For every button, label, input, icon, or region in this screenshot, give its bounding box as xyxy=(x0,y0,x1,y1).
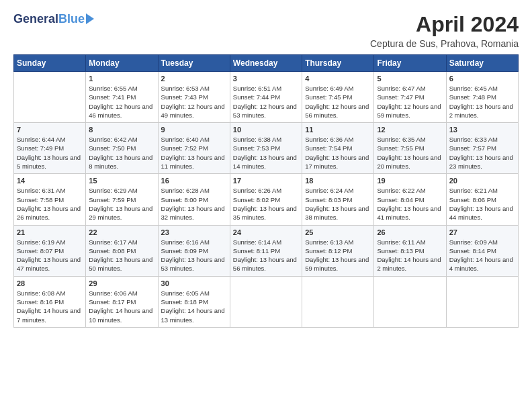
calendar-cell: 23Sunrise: 6:16 AMSunset: 8:09 PMDayligh… xyxy=(158,225,230,276)
calendar-cell: 22Sunrise: 6:17 AMSunset: 8:08 PMDayligh… xyxy=(86,225,158,276)
day-info: Sunrise: 6:40 AMSunset: 7:52 PMDaylight:… xyxy=(161,135,227,171)
calendar-cell xyxy=(230,276,302,327)
day-number: 27 xyxy=(449,228,515,236)
logo-general: General xyxy=(13,12,58,26)
logo-arrow-icon xyxy=(86,13,94,24)
week-row-4: 21Sunrise: 6:19 AMSunset: 8:07 PMDayligh… xyxy=(14,225,519,276)
calendar-cell: 6Sunrise: 6:45 AMSunset: 7:48 PMDaylight… xyxy=(446,72,518,123)
day-info: Sunrise: 6:35 AMSunset: 7:55 PMDaylight:… xyxy=(377,135,443,171)
day-header-tuesday: Tuesday xyxy=(158,55,230,72)
calendar-cell: 27Sunrise: 6:09 AMSunset: 8:14 PMDayligh… xyxy=(446,225,518,276)
day-number: 15 xyxy=(89,177,154,185)
day-number: 18 xyxy=(305,177,371,185)
day-info: Sunrise: 6:29 AMSunset: 7:59 PMDaylight:… xyxy=(89,186,154,222)
calendar-table: SundayMondayTuesdayWednesdayThursdayFrid… xyxy=(13,54,519,328)
day-info: Sunrise: 6:05 AMSunset: 8:18 PMDaylight:… xyxy=(161,289,227,324)
calendar-cell: 2Sunrise: 6:53 AMSunset: 7:43 PMDaylight… xyxy=(158,72,230,123)
day-number: 30 xyxy=(161,279,227,287)
day-info: Sunrise: 6:06 AMSunset: 8:17 PMDaylight:… xyxy=(89,289,154,324)
day-info: Sunrise: 6:14 AMSunset: 8:11 PMDaylight:… xyxy=(233,238,299,273)
calendar-cell: 24Sunrise: 6:14 AMSunset: 8:11 PMDayligh… xyxy=(230,225,302,276)
title-block: April 2024 Ceptura de Sus, Prahova, Roma… xyxy=(370,12,519,49)
day-info: Sunrise: 6:47 AMSunset: 7:47 PMDaylight:… xyxy=(377,84,443,120)
day-number: 28 xyxy=(17,279,83,287)
calendar-cell: 13Sunrise: 6:33 AMSunset: 7:57 PMDayligh… xyxy=(446,123,518,174)
day-info: Sunrise: 6:49 AMSunset: 7:45 PMDaylight:… xyxy=(305,84,371,120)
calendar-cell: 8Sunrise: 6:42 AMSunset: 7:50 PMDaylight… xyxy=(86,123,158,174)
day-header-wednesday: Wednesday xyxy=(230,55,302,72)
day-info: Sunrise: 6:19 AMSunset: 8:07 PMDaylight:… xyxy=(17,238,83,273)
month-title: April 2024 xyxy=(370,12,519,37)
calendar-cell: 5Sunrise: 6:47 AMSunset: 7:47 PMDaylight… xyxy=(374,72,446,123)
day-number: 4 xyxy=(305,75,371,83)
day-info: Sunrise: 6:11 AMSunset: 8:13 PMDaylight:… xyxy=(377,238,443,273)
day-header-friday: Friday xyxy=(374,55,446,72)
day-info: Sunrise: 6:17 AMSunset: 8:08 PMDaylight:… xyxy=(89,238,154,273)
day-number: 20 xyxy=(449,177,515,185)
calendar-cell xyxy=(374,276,446,327)
calendar-cell: 9Sunrise: 6:40 AMSunset: 7:52 PMDaylight… xyxy=(158,123,230,174)
logo: General Blue xyxy=(13,12,94,26)
page-container: General Blue April 2024 Ceptura de Sus, … xyxy=(0,0,532,334)
calendar-cell: 7Sunrise: 6:44 AMSunset: 7:49 PMDaylight… xyxy=(14,123,86,174)
day-info: Sunrise: 6:33 AMSunset: 7:57 PMDaylight:… xyxy=(449,135,515,171)
day-number: 13 xyxy=(449,126,515,134)
day-info: Sunrise: 6:28 AMSunset: 8:00 PMDaylight:… xyxy=(161,186,227,222)
day-info: Sunrise: 6:55 AMSunset: 7:41 PMDaylight:… xyxy=(89,84,154,120)
calendar-cell: 16Sunrise: 6:28 AMSunset: 8:00 PMDayligh… xyxy=(158,174,230,225)
day-info: Sunrise: 6:42 AMSunset: 7:50 PMDaylight:… xyxy=(89,135,154,171)
calendar-cell xyxy=(446,276,518,327)
day-number: 23 xyxy=(161,228,227,236)
calendar-cell xyxy=(14,72,86,123)
calendar-cell: 1Sunrise: 6:55 AMSunset: 7:41 PMDaylight… xyxy=(86,72,158,123)
day-number: 7 xyxy=(17,126,83,134)
day-info: Sunrise: 6:26 AMSunset: 8:02 PMDaylight:… xyxy=(233,186,299,222)
calendar-cell: 28Sunrise: 6:08 AMSunset: 8:16 PMDayligh… xyxy=(14,276,86,327)
day-number: 14 xyxy=(17,177,83,185)
calendar-cell: 4Sunrise: 6:49 AMSunset: 7:45 PMDaylight… xyxy=(302,72,374,123)
calendar-cell: 19Sunrise: 6:22 AMSunset: 8:04 PMDayligh… xyxy=(374,174,446,225)
day-number: 21 xyxy=(17,228,83,236)
day-info: Sunrise: 6:45 AMSunset: 7:48 PMDaylight:… xyxy=(449,84,515,120)
calendar-cell: 15Sunrise: 6:29 AMSunset: 7:59 PMDayligh… xyxy=(86,174,158,225)
day-number: 11 xyxy=(305,126,371,134)
calendar-cell: 30Sunrise: 6:05 AMSunset: 8:18 PMDayligh… xyxy=(158,276,230,327)
day-info: Sunrise: 6:22 AMSunset: 8:04 PMDaylight:… xyxy=(377,186,443,222)
day-info: Sunrise: 6:16 AMSunset: 8:09 PMDaylight:… xyxy=(161,238,227,273)
day-number: 2 xyxy=(161,75,227,83)
day-info: Sunrise: 6:24 AMSunset: 8:03 PMDaylight:… xyxy=(305,186,371,222)
day-number: 24 xyxy=(233,228,299,236)
day-info: Sunrise: 6:21 AMSunset: 8:06 PMDaylight:… xyxy=(449,186,515,222)
week-row-5: 28Sunrise: 6:08 AMSunset: 8:16 PMDayligh… xyxy=(14,276,519,327)
calendar-cell: 11Sunrise: 6:36 AMSunset: 7:54 PMDayligh… xyxy=(302,123,374,174)
day-number: 26 xyxy=(377,228,443,236)
logo-blue: Blue xyxy=(58,12,85,26)
day-number: 6 xyxy=(449,75,515,83)
header: General Blue April 2024 Ceptura de Sus, … xyxy=(13,12,519,49)
day-number: 9 xyxy=(161,126,227,134)
day-info: Sunrise: 6:31 AMSunset: 7:58 PMDaylight:… xyxy=(17,186,83,222)
day-number: 12 xyxy=(377,126,443,134)
day-number: 3 xyxy=(233,75,299,83)
day-number: 10 xyxy=(233,126,299,134)
day-info: Sunrise: 6:53 AMSunset: 7:43 PMDaylight:… xyxy=(161,84,227,120)
day-header-sunday: Sunday xyxy=(14,55,86,72)
day-info: Sunrise: 6:09 AMSunset: 8:14 PMDaylight:… xyxy=(449,238,515,273)
day-number: 29 xyxy=(89,279,154,287)
calendar-cell: 29Sunrise: 6:06 AMSunset: 8:17 PMDayligh… xyxy=(86,276,158,327)
calendar-cell: 25Sunrise: 6:13 AMSunset: 8:12 PMDayligh… xyxy=(302,225,374,276)
day-number: 25 xyxy=(305,228,371,236)
calendar-cell: 12Sunrise: 6:35 AMSunset: 7:55 PMDayligh… xyxy=(374,123,446,174)
calendar-cell: 3Sunrise: 6:51 AMSunset: 7:44 PMDaylight… xyxy=(230,72,302,123)
day-info: Sunrise: 6:13 AMSunset: 8:12 PMDaylight:… xyxy=(305,238,371,273)
day-number: 22 xyxy=(89,228,154,236)
week-row-1: 1Sunrise: 6:55 AMSunset: 7:41 PMDaylight… xyxy=(14,72,519,123)
day-info: Sunrise: 6:36 AMSunset: 7:54 PMDaylight:… xyxy=(305,135,371,171)
day-info: Sunrise: 6:44 AMSunset: 7:49 PMDaylight:… xyxy=(17,135,83,171)
day-header-saturday: Saturday xyxy=(446,55,518,72)
day-info: Sunrise: 6:38 AMSunset: 7:53 PMDaylight:… xyxy=(233,135,299,171)
calendar-cell: 26Sunrise: 6:11 AMSunset: 8:13 PMDayligh… xyxy=(374,225,446,276)
location: Ceptura de Sus, Prahova, Romania xyxy=(370,38,519,49)
calendar-cell: 20Sunrise: 6:21 AMSunset: 8:06 PMDayligh… xyxy=(446,174,518,225)
calendar-cell: 21Sunrise: 6:19 AMSunset: 8:07 PMDayligh… xyxy=(14,225,86,276)
